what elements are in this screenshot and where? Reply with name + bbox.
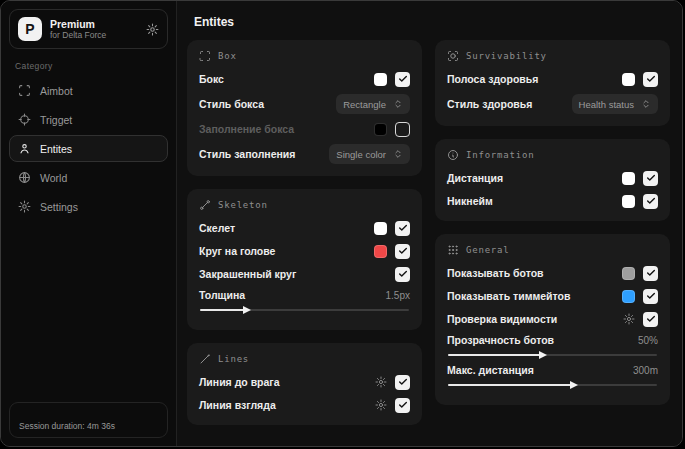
sidebar-item-settings[interactable]: Settings [9, 193, 168, 220]
slider-thumb[interactable] [243, 306, 251, 314]
globe-icon [18, 171, 31, 184]
checkbox[interactable] [395, 221, 410, 236]
color-swatch[interactable] [622, 290, 635, 303]
checkbox[interactable] [643, 194, 658, 209]
slider-fill [448, 384, 573, 386]
setting-row: Линия до врага [199, 374, 410, 390]
checkbox[interactable] [395, 72, 410, 87]
checkbox[interactable] [395, 267, 410, 282]
scan-icon [18, 84, 31, 97]
slider-label-row: Прозрачность ботов50% [447, 334, 658, 346]
select-dropdown[interactable]: Single color [329, 144, 410, 164]
color-swatch[interactable] [374, 73, 387, 86]
row-controls [622, 194, 658, 209]
sidebar-item-entites[interactable]: Entites [9, 135, 168, 162]
checkbox[interactable] [395, 375, 410, 390]
panel-title: Box [218, 51, 237, 61]
row-controls [622, 266, 658, 281]
checkbox[interactable] [643, 289, 658, 304]
row-controls: Health status [572, 94, 658, 114]
setting-label: Заполнение бокса [199, 123, 294, 135]
slider-thumb[interactable] [539, 351, 547, 359]
checkbox[interactable] [643, 171, 658, 186]
setting-label: Линия до врага [199, 376, 280, 388]
panel-header: Survivability [447, 50, 658, 62]
checkbox[interactable] [395, 122, 410, 137]
panel-header: Skeleton [199, 199, 410, 211]
app-window: P Premium for Delta Force Category Aimbo… [0, 0, 683, 447]
bone-icon [199, 199, 211, 211]
select-dropdown[interactable]: Health status [572, 94, 658, 114]
checkbox[interactable] [395, 398, 410, 413]
panel-header: Box [199, 50, 410, 62]
setting-label: Полоса здоровья [447, 73, 538, 85]
setting-label: Никнейм [447, 195, 493, 207]
setting-row: Стиль здоровьяHealth status [447, 94, 658, 114]
info-icon [447, 149, 459, 161]
setting-label: Дистанция [447, 172, 503, 184]
panel-title: Survivability [466, 51, 547, 61]
box-scan-icon [199, 50, 211, 62]
slider-track[interactable] [448, 354, 657, 356]
sidebar-item-trigget[interactable]: Trigget [9, 106, 168, 133]
row-controls [375, 375, 410, 390]
checkbox[interactable] [643, 266, 658, 281]
settings-gear-icon[interactable] [146, 23, 159, 36]
setting-row: Скелет [199, 220, 410, 236]
slider-track[interactable] [448, 384, 657, 386]
logo-text: Premium for Delta Force [50, 18, 138, 41]
sidebar-item-label: Aimbot [40, 85, 73, 97]
row-controls [374, 244, 410, 259]
setting-row: Полоса здоровья [447, 71, 658, 87]
color-swatch[interactable] [374, 245, 387, 258]
row-controls [374, 221, 410, 236]
row-controls [623, 312, 658, 327]
config-gear-icon[interactable] [623, 313, 635, 325]
slider-fill [448, 354, 542, 356]
row-controls [622, 72, 658, 87]
grid-icon [447, 244, 459, 256]
panel-skeleton: SkeletonСкелетКруг на головеЗакрашенный … [187, 189, 422, 330]
setting-row: Круг на голове [199, 243, 410, 259]
setting-label: Показывать ботов [447, 267, 544, 279]
setting-row: Линия взгляда [199, 397, 410, 413]
checkbox[interactable] [643, 72, 658, 87]
config-gear-icon[interactable] [375, 399, 387, 411]
select-dropdown[interactable]: Rectangle [336, 94, 410, 114]
color-swatch[interactable] [622, 195, 635, 208]
setting-label: Стиль заполнения [199, 148, 295, 160]
slider-track[interactable] [200, 309, 409, 311]
color-swatch[interactable] [374, 222, 387, 235]
setting-label: Стиль бокса [199, 98, 264, 110]
color-swatch[interactable] [622, 172, 635, 185]
app-logo: P [18, 17, 42, 41]
color-swatch[interactable] [374, 123, 387, 136]
session-card: Session duration: 4m 36s [9, 402, 168, 438]
slider-value: 50% [638, 335, 658, 346]
sidebar-item-world[interactable]: World [9, 164, 168, 191]
color-swatch[interactable] [622, 267, 635, 280]
setting-label: Показывать тиммейтов [447, 290, 570, 302]
slider-thumb[interactable] [570, 381, 578, 389]
checkbox[interactable] [643, 312, 658, 327]
panel-header: Lines [199, 353, 410, 365]
setting-label: Бокс [199, 73, 224, 85]
slider-row: Толщина1.5px [199, 289, 410, 311]
setting-row: Проверка видимости [447, 311, 658, 327]
panel-survivability: SurvivabilityПолоса здоровьяСтиль здоров… [435, 40, 670, 126]
main-content: Entites BoxБоксСтиль боксаRectangleЗапол… [177, 1, 682, 446]
setting-label: Закрашенный круг [199, 268, 296, 280]
panel-title: Information [466, 150, 534, 160]
select-value: Health status [579, 99, 634, 110]
panel-columns: BoxБоксСтиль боксаRectangleЗаполнение бо… [187, 40, 674, 425]
checkbox[interactable] [395, 244, 410, 259]
logo-card: P Premium for Delta Force [9, 9, 168, 49]
app-subtitle: for Delta Force [50, 30, 138, 40]
color-swatch[interactable] [622, 73, 635, 86]
setting-label: Проверка видимости [447, 313, 557, 325]
row-controls [622, 289, 658, 304]
sidebar-item-aimbot[interactable]: Aimbot [9, 77, 168, 104]
sidebar: P Premium for Delta Force Category Aimbo… [1, 1, 177, 446]
left-column: BoxБоксСтиль боксаRectangleЗаполнение бо… [187, 40, 422, 425]
config-gear-icon[interactable] [375, 376, 387, 388]
